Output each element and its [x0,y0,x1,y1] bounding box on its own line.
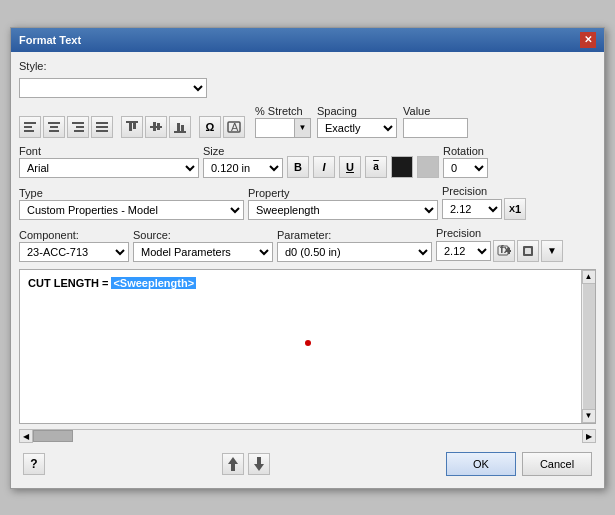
align-center-button[interactable] [43,116,65,138]
symbol-button[interactable]: Ω [199,116,221,138]
precision-select[interactable]: 2.12 2.1 [442,199,502,219]
scroll-down-button[interactable]: ▼ [582,409,596,423]
svg-text:A: A [231,121,239,133]
scroll-track-right [73,430,582,442]
svg-rect-1 [24,126,32,128]
precision2-label: Precision [436,227,563,239]
align-left-button[interactable] [19,116,41,138]
spacing-label: Spacing [317,105,397,117]
component-group: Component: 23-ACC-713 23-ACC-714 [19,229,129,262]
stretch-group: % Stretch 100 ▼ [255,105,311,138]
svg-rect-14 [133,123,136,129]
precision-group: Precision 2.12 2.1 X1 [442,185,526,220]
svg-rect-12 [126,121,138,123]
svg-rect-17 [157,123,160,130]
source-select[interactable]: Model Parameters Drawing Parameters [133,242,273,262]
insert-field-button[interactable]: A [223,116,245,138]
move-up-button[interactable] [222,453,244,475]
parameter-group: Parameter: d0 (0.50 in) d1 (1.00 in) [277,229,432,262]
scroll-track-v [583,284,595,409]
text-color-button[interactable] [391,156,413,178]
style-row: Style: [19,60,596,73]
text-static: CUT LENGTH = [28,277,111,289]
value-label: Value [403,105,468,117]
scroll-thumb-h[interactable] [33,430,73,442]
text-area-container: CUT LENGTH = <Sweeplength> ▲ ▼ [19,269,596,424]
symbol-icon: Ω [206,121,215,133]
close-button[interactable]: ✕ [580,32,596,48]
ok-button[interactable]: OK [446,452,516,476]
format-text-dialog: Format Text ✕ Style: [10,27,605,489]
vertical-scrollbar: ▲ ▼ [581,270,595,423]
spacing-select[interactable]: Exactly At Least Multiple [317,118,397,138]
scroll-left-button[interactable]: ◀ [19,429,33,443]
svg-rect-16 [153,122,156,131]
extra-button[interactable] [517,240,539,262]
scroll-right-button[interactable]: ▶ [582,429,596,443]
stretch-label: % Stretch [255,105,311,117]
component-label: Component: [19,229,129,241]
type-group: Type Custom Properties - Model Custom Pr… [19,187,244,220]
parameter-label: Parameter: [277,229,432,241]
bg-color-button[interactable] [417,156,439,178]
property-group: Property Sweeplength Description [248,187,438,220]
type-label: Type [19,187,244,199]
component-select[interactable]: 23-ACC-713 23-ACC-714 [19,242,129,262]
svg-rect-0 [24,122,36,124]
valign-middle-button[interactable] [145,116,167,138]
type-select[interactable]: Custom Properties - Model Custom Propert… [19,200,244,220]
svg-rect-10 [96,126,108,128]
overline-button[interactable]: a [365,156,387,178]
font-select[interactable]: Arial Times New Roman [19,158,199,178]
rotation-select[interactable]: 0 90 180 [443,158,488,178]
italic-button[interactable]: I [313,156,335,178]
svg-rect-9 [96,122,108,124]
align-justify-button[interactable] [91,116,113,138]
dialog-title: Format Text [19,34,81,46]
svg-marker-29 [228,457,238,464]
style-input-row [19,78,596,98]
underline-button[interactable]: U [339,156,361,178]
svg-rect-6 [72,122,84,124]
ok-cancel-row: OK Cancel [446,452,592,476]
svg-rect-3 [48,122,60,124]
bold-button[interactable]: B [287,156,309,178]
more-button[interactable]: ▼ [541,240,563,262]
svg-rect-28 [525,248,531,254]
insert-param-button[interactable]: fx [493,240,515,262]
rotation-label: Rotation [443,145,488,157]
svg-rect-4 [50,126,58,128]
spacing-group: Spacing Exactly At Least Multiple [317,105,397,138]
svg-rect-26 [506,250,511,252]
middle-buttons [222,453,270,475]
svg-rect-30 [231,464,235,471]
text-highlighted: <Sweeplength> [111,277,196,289]
size-select[interactable]: 0.120 in 0.100 in [203,158,283,178]
svg-rect-13 [129,123,132,131]
align-right-button[interactable] [67,116,89,138]
style-select[interactable] [19,78,207,98]
valign-bottom-button[interactable] [169,116,191,138]
dialog-body: Style: [11,52,604,488]
help-button[interactable]: ? [23,453,45,475]
red-dot-indicator [305,340,311,346]
stretch-input[interactable]: 100 [255,118,295,138]
text-content[interactable]: CUT LENGTH = <Sweeplength> [20,270,595,295]
property-label: Property [248,187,438,199]
svg-rect-19 [177,123,180,131]
cancel-button[interactable]: Cancel [522,452,592,476]
title-bar: Format Text ✕ [11,28,604,52]
scroll-up-button[interactable]: ▲ [582,270,596,284]
stretch-dropdown[interactable]: ▼ [295,118,311,138]
move-down-button[interactable] [248,453,270,475]
xi-button[interactable]: X1 [504,198,526,220]
precision2-select[interactable]: 2.12 [436,241,491,261]
value-group: Value 0.160 in [403,105,468,138]
property-select[interactable]: Sweeplength Description [248,200,438,220]
valign-top-button[interactable] [121,116,143,138]
bottom-row: ? OK Cancel [19,448,596,480]
toolbar: Ω A [19,116,245,138]
precision-label: Precision [442,185,526,197]
value-input[interactable]: 0.160 in [403,118,468,138]
parameter-select[interactable]: d0 (0.50 in) d1 (1.00 in) [277,242,432,262]
